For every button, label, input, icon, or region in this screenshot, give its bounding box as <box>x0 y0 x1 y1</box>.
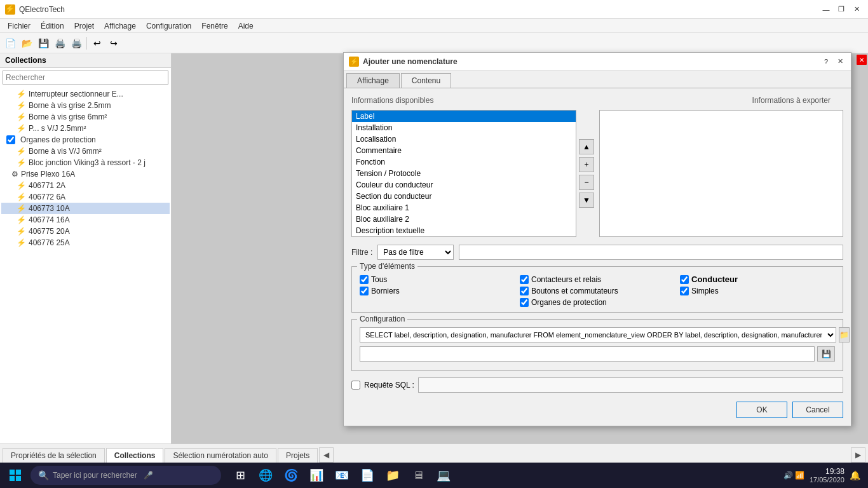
list-item[interactable]: ⚡ 406772 6A <box>1 191 170 203</box>
modal-close-button[interactable]: ✕ <box>834 56 846 67</box>
filter-select[interactable]: Pas de filtre <box>377 245 454 260</box>
boutons-label: Boutons et commutateurs <box>531 287 618 295</box>
start-button[interactable] <box>3 464 28 487</box>
list-item[interactable]: ⚡ Bloc jonction Viking3 à ressort - 2 j <box>1 157 170 168</box>
sql-checkbox[interactable] <box>351 381 360 390</box>
info-item-tension[interactable]: Tension / Protocole <box>352 168 576 179</box>
outlook-app[interactable]: 📧 <box>330 464 353 487</box>
config-file-button[interactable]: 📁 <box>839 327 850 342</box>
dialog-buttons: OK Cancel <box>351 399 843 418</box>
list-item[interactable]: ⚡ Borne à vis grise 2.5mm <box>1 100 170 111</box>
sql-input[interactable] <box>418 377 843 393</box>
list-item[interactable]: ⚡ 406776 25A <box>1 237 170 248</box>
undo-button[interactable]: ↩ <box>90 36 105 51</box>
maximize-button[interactable]: ❐ <box>835 3 848 16</box>
menu-edition[interactable]: Édition <box>36 20 69 32</box>
modal-help-button[interactable]: ? <box>820 56 832 67</box>
info-item-fonction[interactable]: Fonction <box>352 156 576 168</box>
list-item[interactable]: ⚡ Borne à vis grise 6mm² <box>1 111 170 123</box>
item-label: 406772 6A <box>29 193 65 201</box>
info-item-description[interactable]: Description textuelle <box>352 225 576 236</box>
info-item-section[interactable]: Section du conducteur <box>352 191 576 202</box>
tous-checkbox[interactable] <box>360 275 369 284</box>
scroll-left-button[interactable]: ◀ <box>319 447 334 463</box>
tab-projets[interactable]: Projets <box>278 448 318 463</box>
list-item[interactable]: ⚡ 406771 2A <box>1 180 170 191</box>
save-button[interactable]: 💾 <box>36 36 51 51</box>
list-item[interactable]: ⚡ 406775 20A <box>1 226 170 237</box>
new-button[interactable]: 📄 <box>3 36 18 51</box>
taskbar-search[interactable]: 🔍 Taper ici pour rechercher 🎤 <box>31 466 221 485</box>
open-button[interactable]: 📂 <box>19 36 34 51</box>
contacteurs-checkbox[interactable] <box>520 275 529 284</box>
organes-checkbox[interactable] <box>520 298 529 307</box>
move-up-button[interactable]: ▲ <box>579 139 594 154</box>
conducteur-checkbox[interactable] <box>680 275 689 284</box>
item-label: Prise Plexo 16A <box>21 170 75 179</box>
ok-button[interactable]: OK <box>736 402 787 418</box>
scroll-right-button[interactable]: ▶ <box>851 447 865 463</box>
export-info-list[interactable] <box>599 110 843 237</box>
notification-icon[interactable]: 🔔 <box>850 470 860 480</box>
borniers-checkbox[interactable] <box>360 287 369 295</box>
acrobat-app[interactable]: 📄 <box>356 464 379 487</box>
list-item[interactable]: ⚡ 406773 10A <box>1 203 170 214</box>
redo-button[interactable]: ↪ <box>106 36 121 51</box>
contacteurs-label: Contacteurs et relais <box>531 275 601 284</box>
list-item[interactable]: ⚡ Interrupteur sectionneur E... <box>1 88 170 100</box>
app8[interactable]: 💻 <box>432 464 455 487</box>
app7[interactable]: 🖥 <box>407 464 430 487</box>
list-item[interactable]: ⚙ Prise Plexo 16A <box>1 168 170 180</box>
edge-app[interactable]: 🌐 <box>254 464 277 487</box>
move-down-button[interactable]: ▼ <box>579 193 594 208</box>
protection-checkbox[interactable] <box>6 135 15 144</box>
menu-aide[interactable]: Aide <box>233 20 259 32</box>
checkbox-contacteurs: Contacteurs et relais <box>520 274 675 284</box>
boutons-checkbox[interactable] <box>520 287 529 295</box>
info-item-installation[interactable]: Installation <box>352 122 576 133</box>
config-select[interactable]: SELECT label, description, designation, … <box>360 327 836 342</box>
config-input[interactable] <box>360 346 815 362</box>
info-item-numero[interactable]: Numéro d'article <box>352 236 576 237</box>
available-info-list[interactable]: Label Installation Localisation Commenta… <box>351 110 576 237</box>
explorer-app[interactable]: 📁 <box>381 464 404 487</box>
list-item[interactable]: Organes de protection <box>1 134 170 146</box>
add-button[interactable]: + <box>579 157 594 172</box>
list-item[interactable]: ⚡ Borne à vis V/J 6mm² <box>1 146 170 157</box>
info-item-localisation[interactable]: Localisation <box>352 133 576 145</box>
tab-selection-numerotation[interactable]: Sélection numérotation auto <box>165 448 276 463</box>
taskview-button[interactable]: ⊞ <box>229 464 252 487</box>
menu-projet[interactable]: Projet <box>69 20 99 32</box>
chrome-app[interactable]: 🌀 <box>280 464 302 487</box>
cancel-button[interactable]: Cancel <box>792 402 843 418</box>
remove-button[interactable]: − <box>579 175 594 190</box>
minimize-button[interactable]: — <box>820 3 832 16</box>
tab-proprietes[interactable]: Propriétés de la sélection <box>3 448 105 463</box>
tree-area[interactable]: ⚡ Interrupteur sectionneur E... ⚡ Borne … <box>0 87 171 444</box>
config-save-button[interactable]: 💾 <box>817 346 835 362</box>
info-item-label[interactable]: Label <box>352 111 576 122</box>
svg-rect-3 <box>16 476 21 481</box>
print-preview-button[interactable]: 🖨️ <box>52 36 67 51</box>
tab-contenu[interactable]: Contenu <box>401 73 451 88</box>
excel-app[interactable]: 📊 <box>305 464 328 487</box>
close-button[interactable]: ✕ <box>850 3 863 16</box>
menu-fichier[interactable]: Fichier <box>3 20 36 32</box>
info-item-couleur[interactable]: Couleur du conducteur <box>352 179 576 191</box>
list-item[interactable]: ⚡ P... s V/J 2.5mm² <box>1 123 170 134</box>
tab-affichage[interactable]: Affichage <box>346 73 400 88</box>
element-icon: ⚡ <box>17 193 26 201</box>
canvas-close-button[interactable]: ✕ <box>857 55 867 65</box>
info-item-bloc2[interactable]: Bloc auxiliaire 2 <box>352 214 576 225</box>
filter-input[interactable] <box>459 245 843 260</box>
list-item[interactable]: ⚡ 406774 16A <box>1 214 170 226</box>
tab-collections[interactable]: Collections <box>106 448 164 463</box>
menu-fenetre[interactable]: Fenêtre <box>196 20 233 32</box>
search-input[interactable] <box>3 71 168 85</box>
info-item-bloc1[interactable]: Bloc auxiliaire 1 <box>352 202 576 214</box>
menu-affichage[interactable]: Affichage <box>99 20 141 32</box>
menu-configuration[interactable]: Configuration <box>141 20 196 32</box>
info-item-commentaire[interactable]: Commentaire <box>352 145 576 156</box>
print-button[interactable]: 🖨️ <box>69 36 84 51</box>
simples-checkbox[interactable] <box>680 287 689 295</box>
